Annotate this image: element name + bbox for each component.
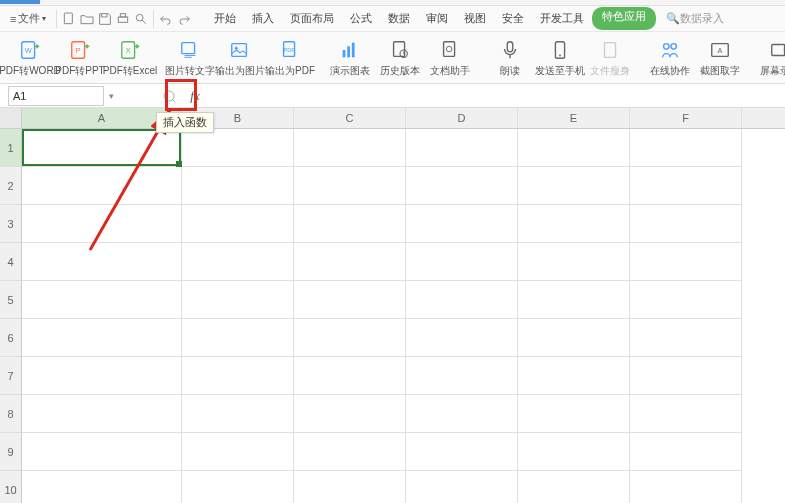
- col-header-c[interactable]: C: [294, 108, 406, 128]
- cell[interactable]: [22, 471, 182, 503]
- pdf-to-ppt-button[interactable]: P PDF转PPT: [58, 36, 102, 80]
- output-pdf-button[interactable]: PDF 输出为PDF: [268, 36, 312, 80]
- grid-body[interactable]: [22, 129, 785, 503]
- output-pic-button[interactable]: 输出为图片: [218, 36, 262, 80]
- cell[interactable]: [406, 281, 518, 319]
- record-button[interactable]: 屏幕录制: [758, 36, 785, 80]
- cell[interactable]: [22, 167, 182, 205]
- cell[interactable]: [630, 319, 742, 357]
- cell[interactable]: [518, 357, 630, 395]
- name-box[interactable]: A1: [8, 86, 104, 106]
- print-preview-icon[interactable]: [133, 11, 149, 27]
- col-header-e[interactable]: E: [518, 108, 630, 128]
- cell[interactable]: [294, 243, 406, 281]
- cell[interactable]: [518, 281, 630, 319]
- print-icon[interactable]: [115, 11, 131, 27]
- row-header-2[interactable]: 2: [0, 167, 21, 205]
- cell[interactable]: [22, 129, 182, 167]
- cell[interactable]: [630, 243, 742, 281]
- cell[interactable]: [22, 243, 182, 281]
- namebox-dropdown[interactable]: ▾: [104, 91, 118, 101]
- tab-dev[interactable]: 开发工具: [532, 7, 592, 30]
- tab-review[interactable]: 审阅: [418, 7, 456, 30]
- cell[interactable]: [406, 319, 518, 357]
- cell[interactable]: [518, 129, 630, 167]
- screenshot-button[interactable]: A 截图取字: [698, 36, 742, 80]
- row-header-1[interactable]: 1: [0, 129, 21, 167]
- select-all-corner[interactable]: [0, 108, 21, 129]
- cell[interactable]: [518, 243, 630, 281]
- cell[interactable]: [294, 205, 406, 243]
- row-header-5[interactable]: 5: [0, 281, 21, 319]
- cancel-formula-button[interactable]: [158, 85, 180, 107]
- cell[interactable]: [630, 167, 742, 205]
- cell[interactable]: [406, 129, 518, 167]
- cell[interactable]: [182, 357, 294, 395]
- cell[interactable]: [518, 395, 630, 433]
- pic-to-text-button[interactable]: 图片转文字: [168, 36, 212, 80]
- row-header-9[interactable]: 9: [0, 433, 21, 471]
- cell[interactable]: [406, 395, 518, 433]
- cell[interactable]: [294, 471, 406, 503]
- cell[interactable]: [22, 433, 182, 471]
- cell[interactable]: [518, 319, 630, 357]
- cell[interactable]: [22, 357, 182, 395]
- tab-security[interactable]: 安全: [494, 7, 532, 30]
- search-box[interactable]: 🔍 数据录入: [666, 11, 724, 26]
- cell[interactable]: [294, 319, 406, 357]
- tab-insert[interactable]: 插入: [244, 7, 282, 30]
- cell[interactable]: [630, 471, 742, 503]
- doc-help-button[interactable]: 文档助手: [428, 36, 472, 80]
- save-icon[interactable]: [97, 11, 113, 27]
- cell[interactable]: [630, 281, 742, 319]
- cell[interactable]: [182, 281, 294, 319]
- cell[interactable]: [406, 471, 518, 503]
- tab-start[interactable]: 开始: [206, 7, 244, 30]
- cell[interactable]: [630, 395, 742, 433]
- col-header-d[interactable]: D: [406, 108, 518, 128]
- read-button[interactable]: 朗读: [488, 36, 532, 80]
- tab-data[interactable]: 数据: [380, 7, 418, 30]
- cell[interactable]: [182, 129, 294, 167]
- cell[interactable]: [518, 471, 630, 503]
- cell[interactable]: [406, 167, 518, 205]
- row-header-4[interactable]: 4: [0, 243, 21, 281]
- cell[interactable]: [182, 205, 294, 243]
- col-header-f[interactable]: F: [630, 108, 742, 128]
- new-icon[interactable]: [61, 11, 77, 27]
- cell[interactable]: [518, 167, 630, 205]
- cell[interactable]: [406, 433, 518, 471]
- insert-function-button[interactable]: fx: [184, 85, 206, 107]
- cell[interactable]: [294, 281, 406, 319]
- cell[interactable]: [182, 319, 294, 357]
- cell[interactable]: [630, 205, 742, 243]
- pdf-to-word-button[interactable]: W PDF转WORD: [8, 36, 52, 80]
- cell[interactable]: [182, 167, 294, 205]
- cell[interactable]: [182, 243, 294, 281]
- cell[interactable]: [630, 433, 742, 471]
- chart-button[interactable]: 演示图表: [328, 36, 372, 80]
- cell[interactable]: [518, 205, 630, 243]
- cell[interactable]: [630, 129, 742, 167]
- row-header-3[interactable]: 3: [0, 205, 21, 243]
- cell[interactable]: [22, 205, 182, 243]
- cell[interactable]: [182, 433, 294, 471]
- cell[interactable]: [294, 395, 406, 433]
- cell[interactable]: [406, 357, 518, 395]
- tab-special[interactable]: 特色应用: [592, 7, 656, 30]
- row-header-7[interactable]: 7: [0, 357, 21, 395]
- send-phone-button[interactable]: 发送至手机: [538, 36, 582, 80]
- undo-icon[interactable]: [158, 11, 174, 27]
- cell[interactable]: [182, 471, 294, 503]
- collab-button[interactable]: 在线协作: [648, 36, 692, 80]
- file-menu[interactable]: ≡ 文件 ▾: [4, 9, 52, 28]
- cell[interactable]: [182, 395, 294, 433]
- history-button[interactable]: 历史版本: [378, 36, 422, 80]
- cell[interactable]: [294, 129, 406, 167]
- row-header-10[interactable]: 10: [0, 471, 21, 503]
- cell[interactable]: [294, 167, 406, 205]
- cell[interactable]: [406, 205, 518, 243]
- row-header-8[interactable]: 8: [0, 395, 21, 433]
- cell[interactable]: [294, 357, 406, 395]
- redo-icon[interactable]: [176, 11, 192, 27]
